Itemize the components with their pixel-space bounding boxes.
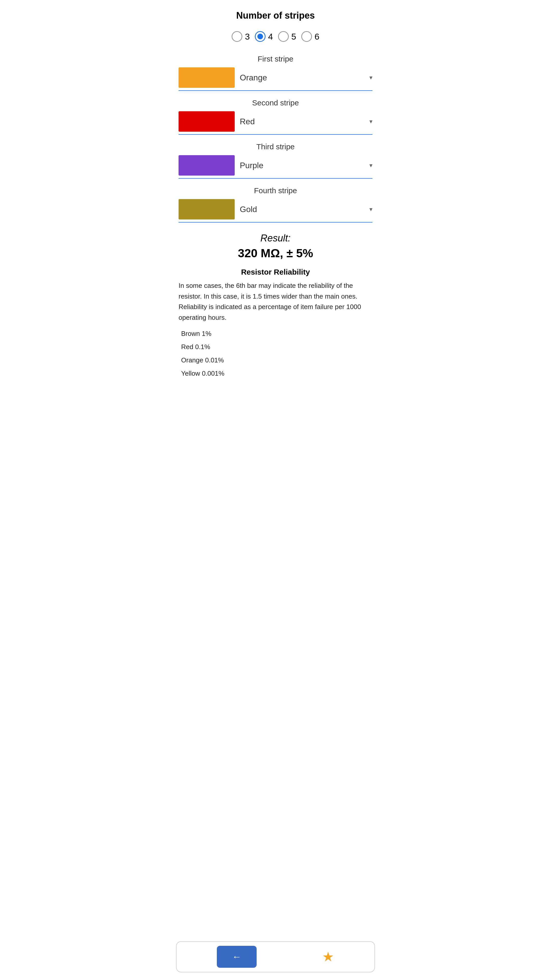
radio-option-4[interactable]: 4 (255, 31, 273, 42)
reliability-title: Resistor Reliability (179, 268, 372, 277)
chevron-down-icon-1: ▾ (369, 74, 372, 81)
list-item: Red 0.1% (181, 340, 372, 353)
radio-circle-4[interactable] (255, 31, 265, 42)
result-label: Result: (179, 233, 372, 244)
color-name-4: Gold (240, 205, 257, 214)
stripe-count-selector: 3 4 5 6 (179, 31, 372, 42)
back-button[interactable]: ← (217, 946, 257, 968)
color-swatch-2 (179, 111, 235, 132)
stripe-selector-3[interactable]: Purple ▾ (179, 155, 372, 179)
page-title: Number of stripes (179, 10, 372, 21)
stripe-selector-2[interactable]: Red ▾ (179, 111, 372, 135)
chevron-down-icon-2: ▾ (369, 118, 372, 125)
stripe-label-1: First stripe (179, 55, 372, 63)
color-dropdown-2[interactable]: Red ▾ (240, 117, 372, 126)
stripe-section-2: Second stripe Red ▾ (179, 99, 372, 135)
color-name-1: Orange (240, 73, 267, 83)
list-item: Brown 1% (181, 327, 372, 340)
stripe-selector-1[interactable]: Orange ▾ (179, 67, 372, 91)
reliability-section: Resistor Reliability In some cases, the … (179, 268, 372, 380)
result-value: 320 MΩ, ± 5% (179, 246, 372, 260)
color-dropdown-3[interactable]: Purple ▾ (240, 161, 372, 170)
stripe-label-2: Second stripe (179, 99, 372, 107)
color-swatch-3 (179, 155, 235, 176)
stripe-label-3: Third stripe (179, 142, 372, 151)
radio-circle-6[interactable] (301, 31, 312, 42)
radio-label-5: 5 (291, 32, 296, 41)
radio-circle-3[interactable] (232, 31, 242, 42)
color-swatch-1 (179, 67, 235, 88)
radio-option-5[interactable]: 5 (278, 31, 296, 42)
radio-label-4: 4 (268, 32, 273, 41)
reliability-description: In some cases, the 6th bar may indicate … (179, 280, 372, 323)
list-item: Orange 0.01% (181, 353, 372, 367)
back-arrow-icon: ← (232, 951, 241, 962)
radio-label-3: 3 (245, 32, 250, 41)
stripe-selector-4[interactable]: Gold ▾ (179, 199, 372, 223)
color-name-2: Red (240, 117, 255, 126)
favorite-button[interactable]: ★ (322, 949, 334, 964)
chevron-down-icon-4: ▾ (369, 206, 372, 213)
bottom-bar: ← ★ (176, 941, 375, 972)
result-section: Result: 320 MΩ, ± 5% (179, 233, 372, 260)
color-swatch-4 (179, 199, 235, 220)
color-name-3: Purple (240, 161, 264, 170)
stripe-label-4: Fourth stripe (179, 186, 372, 195)
radio-circle-5[interactable] (278, 31, 289, 42)
stripe-section-1: First stripe Orange ▾ (179, 55, 372, 91)
stripe-section-3: Third stripe Purple ▾ (179, 142, 372, 179)
chevron-down-icon-3: ▾ (369, 162, 372, 169)
color-dropdown-1[interactable]: Orange ▾ (240, 73, 372, 83)
list-item: Yellow 0.001% (181, 367, 372, 380)
reliability-list: Brown 1% Red 0.1% Orange 0.01% Yellow 0.… (179, 327, 372, 380)
radio-option-6[interactable]: 6 (301, 31, 319, 42)
stripe-section-4: Fourth stripe Gold ▾ (179, 186, 372, 223)
radio-option-3[interactable]: 3 (232, 31, 250, 42)
color-dropdown-4[interactable]: Gold ▾ (240, 205, 372, 214)
radio-label-6: 6 (314, 32, 319, 41)
